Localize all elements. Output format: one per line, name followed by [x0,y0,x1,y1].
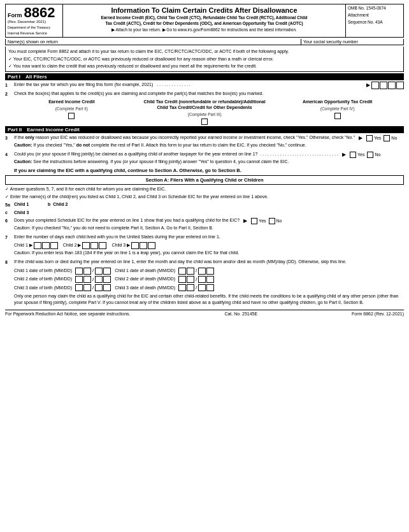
row4-content: Could you (or your spouse if filing join… [14,151,338,157]
c1b-m1[interactable] [75,268,83,275]
name-ssn-row: Name(s) shown on return Your social secu… [5,39,404,45]
row-2: 2 Check the box(es) that applies to the … [5,90,404,125]
ctc-title: Child Tax Credit (nonrefundable or refun… [138,99,271,110]
c2b-d2[interactable] [103,276,111,283]
c3b-d1[interactable] [95,284,103,291]
row1-dots: . . . . . . . . . . . . . . [157,82,190,87]
row3-no-box[interactable] [384,135,390,141]
c1d-m2[interactable] [187,268,194,275]
c1b-d2[interactable] [103,268,111,275]
row7-c3-b2[interactable] [140,242,147,249]
c3b-slash: / [92,284,94,291]
c3b-m1[interactable] [75,284,83,291]
c3d-d2[interactable] [206,284,214,291]
c3d-m1[interactable] [178,284,186,291]
c2b-d1[interactable] [95,276,103,283]
c2d-d2[interactable] [206,276,214,283]
row1-arrow: ▶ [366,82,370,89]
c1d-d2[interactable] [206,268,214,275]
row7-num: 7 [5,234,14,241]
c3b-m2[interactable] [83,284,91,291]
row5a-num: 5a [5,201,14,208]
c2b-m1[interactable] [75,276,83,283]
footer-form-ref: Form 8862 (Rev. 12-2021) [352,312,404,316]
instructions-line1: You must complete Form 8862 and attach i… [8,48,401,55]
check-col-ctc: Child Tax Credit (nonrefundable or refun… [138,99,271,125]
row-8: 8 If the child was born or died during t… [5,259,404,307]
c1d-m1[interactable] [178,268,186,275]
row7-child2-group: Child 2 ▶ [63,242,107,249]
aotc-subtitle: (Complete Part IV) [320,106,355,111]
row-7: 7 Enter the number of days each child li… [5,234,404,257]
child3-birth-row: Child 3 date of birth (MM/DD) / [14,284,113,291]
child1-death-label: Child 1 date of death (MM/DD) [115,268,175,274]
child1-birth-label: Child 1 date of birth (MM/DD) [14,268,72,274]
row5-c: c Child 3 [5,209,43,216]
part1-header: Part I All Filers [5,73,404,80]
row7-c2-b3[interactable] [99,242,106,249]
row8-main: 8 If the child was born or died during t… [5,259,347,266]
birth-death-grid: Child 1 date of birth (MM/DD) / Child 2 … [14,267,214,291]
child1-birth-row: Child 1 date of birth (MM/DD) / [14,267,113,274]
c2b-m2[interactable] [83,276,91,283]
row1-answer: ▶ [365,82,404,89]
year-box-4[interactable] [396,82,404,89]
row2-text: Check the box(es) that applies to the cr… [14,90,263,97]
death-col: Child 1 date of death (MM/DD) / Child 2 … [115,267,214,291]
c2d-m2[interactable] [187,276,194,283]
year-box-1[interactable] [371,82,379,89]
part1-title: All Filers [25,74,47,80]
row3-no-group: No [384,135,397,141]
name-cell: Name(s) shown on return [6,39,301,45]
row7-c2-b2[interactable] [90,242,98,249]
ctc-checkbox[interactable] [201,119,208,125]
subtitle-bold2: Tax Credit (ACTC), Credit for Other Depe… [105,21,303,25]
child2-death-boxes: / [178,276,214,283]
row6-no-label: No [276,218,282,224]
c2d-m1[interactable] [178,276,186,283]
c3b-d2[interactable] [103,284,111,291]
row7-c1-b2[interactable] [42,242,50,249]
row4-text: Could you (or your spouse if filing join… [14,152,258,156]
row3-main: 3 If the only reason your EIC was reduce… [5,134,397,141]
aotc-checkbox[interactable] [334,113,341,119]
year-box-2[interactable] [380,82,387,89]
child3-death-label: Child 3 date of death (MM/DD) [115,285,175,291]
eic-checkbox[interactable] [68,113,75,119]
header-subtitle2: Tax Credit (ACTC), Credit for Other Depe… [66,20,343,26]
row-5: 5a Child 1 b Child 2 c Child 3 [5,201,404,217]
form-footer: For Paperwork Reduction Act Notice, see … [5,310,404,316]
eic-warning: If you are claiming the EIC with a quali… [14,168,404,173]
c1b-d1[interactable] [95,268,103,275]
c3d-d1[interactable] [198,284,206,291]
row7-c3-b3[interactable] [148,242,155,249]
child3-birth-boxes: / [75,284,111,291]
row4-no-box[interactable] [367,152,373,158]
c3d-m2[interactable] [187,284,194,291]
attachment-label: Attachment [348,13,401,17]
row7-c1-b1[interactable] [34,242,41,249]
footer-paperwork: For Paperwork Reduction Act Notice, see … [5,312,130,316]
row-6: 6 Does your completed Schedule EIC for t… [5,217,404,233]
year-box-3[interactable] [388,82,396,89]
row8-only-person: Only one person may claim the child as a… [14,293,404,306]
row3-yes-box[interactable] [366,135,373,141]
form-page: Form 8862 (Rev. December 2021) Departmen… [0,0,409,320]
c1d-slash: / [196,267,197,274]
row6-no-box[interactable] [269,218,275,224]
seq-number: Sequence No. 43A [348,20,401,24]
row7-text: Enter the number of days each child live… [14,234,220,239]
row6-yes-box[interactable] [251,218,257,224]
row4-yes-box[interactable] [350,152,356,158]
c1d-d1[interactable] [198,268,206,275]
c1b-m2[interactable] [83,268,91,275]
header-attach: ▶ Attach to your tax return. ▶ Go to www… [66,27,343,32]
row7-c2-b1[interactable] [82,242,90,249]
row7-c3-b1[interactable] [131,242,139,249]
c2d-d1[interactable] [198,276,206,283]
header-subtitle1: Earned Income Credit (EIC), Child Tax Cr… [66,15,343,20]
check-col-aotc: American Opportunity Tax Credit (Complet… [271,99,404,125]
row7-content: Enter the number of days each child live… [14,234,220,240]
row7-c1-b3[interactable] [50,242,58,249]
part2-title: Earned Income Credit [27,127,80,133]
